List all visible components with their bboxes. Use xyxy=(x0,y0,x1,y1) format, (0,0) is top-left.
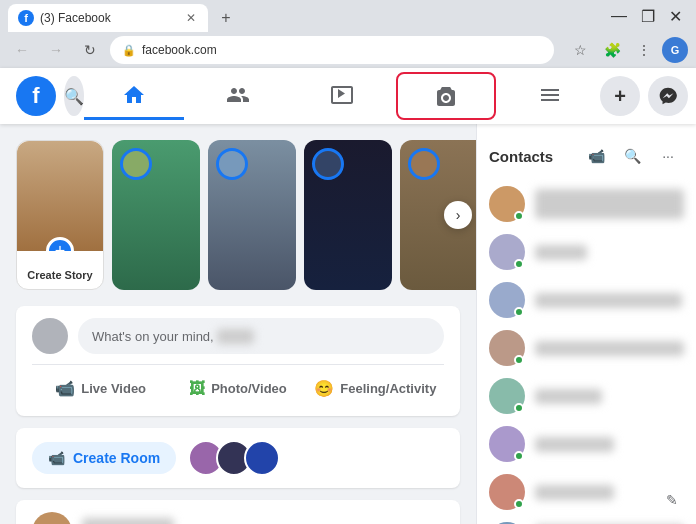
nav-watch-button[interactable] xyxy=(292,72,392,120)
svg-text:f: f xyxy=(24,12,28,24)
contact-avatar-6 xyxy=(489,426,525,462)
contact-avatar-4 xyxy=(489,330,525,366)
nav-marketplace-button[interactable] xyxy=(396,72,496,120)
sidebar-more-button[interactable]: ··· xyxy=(652,140,684,172)
story-card-3[interactable] xyxy=(304,140,392,290)
story-card-1[interactable] xyxy=(112,140,200,290)
room-row: 📹 Create Room xyxy=(16,428,460,488)
create-story-label: Create Story xyxy=(23,269,96,281)
fb-feed: + Create Story xyxy=(0,124,476,524)
sidebar-header-actions: 📹 🔍 ··· xyxy=(580,140,684,172)
fb-logo[interactable]: f xyxy=(16,76,56,116)
post-user-name: ██████████ xyxy=(82,518,419,524)
story-avatar-1 xyxy=(120,148,152,180)
minimize-button[interactable]: — xyxy=(605,5,633,27)
contact-avatar-2 xyxy=(489,234,525,270)
contact-name-7: Clude Beltran xyxy=(535,485,614,500)
address-bar: ← → ↻ 🔒 facebook.com ☆ 🧩 ⋮ G xyxy=(0,32,696,68)
photo-video-label: Photo/Video xyxy=(211,381,287,396)
contact-item[interactable]: Ian Rey Salinger Garapan xyxy=(477,180,696,228)
browser-titlebar: f (3) Facebook ✕ + — ❐ ✕ xyxy=(0,0,696,32)
new-room-button[interactable]: ✎ xyxy=(656,484,688,516)
contacts-title: Contacts xyxy=(489,148,580,165)
contact-item[interactable]: Ben Nillo xyxy=(477,228,696,276)
contact-item[interactable]: Rhonda Bernales Castillo xyxy=(477,276,696,324)
sidebar-search-icon: 🔍 xyxy=(624,148,641,164)
stories-row: + Create Story xyxy=(16,140,460,290)
post-username-blurred: Kaye? xyxy=(217,329,254,344)
fb-search-button[interactable]: 🔍 xyxy=(64,76,84,116)
fb-nav-right: + 3 xyxy=(600,76,696,116)
messenger-button[interactable] xyxy=(648,76,688,116)
nav-friends-button[interactable] xyxy=(188,72,288,120)
feeling-activity-button[interactable]: 😊 Feeling/Activity xyxy=(307,373,444,404)
add-button[interactable]: + xyxy=(600,76,640,116)
stories-next-button[interactable]: › xyxy=(444,201,472,229)
contact-avatar-7 xyxy=(489,474,525,510)
contact-name-3: Rhonda Bernales Castillo xyxy=(535,293,682,308)
live-video-button[interactable]: 📹 Live Video xyxy=(32,373,169,404)
room-avatars xyxy=(188,440,280,476)
create-room-button[interactable]: 📹 Create Room xyxy=(32,442,176,474)
search-icon: 🔍 xyxy=(64,87,84,106)
post-placeholder: What's on your mind, Kaye? xyxy=(92,329,254,344)
contact-item[interactable]: Ten Castillo xyxy=(477,372,696,420)
tab-close-button[interactable]: ✕ xyxy=(182,9,200,27)
story-avatar-2 xyxy=(216,148,248,180)
feeling-activity-icon: 😊 xyxy=(314,379,334,398)
feeling-activity-label: Feeling/Activity xyxy=(340,381,436,396)
browser-toolbar-right: ☆ 🧩 ⋮ G xyxy=(566,36,688,64)
photo-video-button[interactable]: 🖼 Photo/Video xyxy=(169,374,306,404)
forward-button[interactable]: → xyxy=(42,36,70,64)
post-card: ██████████ ██████████ 19m 😊 ··· W F L ??… xyxy=(16,500,460,524)
sidebar-video-button[interactable]: 📹 xyxy=(580,140,612,172)
story-card-2[interactable] xyxy=(208,140,296,290)
contact-avatar-1 xyxy=(489,186,525,222)
post-box: What's on your mind, Kaye? 📹 Live Video … xyxy=(16,306,460,416)
nav-menu-button[interactable] xyxy=(500,72,600,120)
lock-icon: 🔒 xyxy=(122,44,136,57)
create-story-card[interactable]: + Create Story xyxy=(16,140,104,290)
back-button[interactable]: ← xyxy=(8,36,36,64)
extensions-button[interactable]: 🧩 xyxy=(598,36,626,64)
tab-favicon: f xyxy=(18,10,34,26)
photo-video-icon: 🖼 xyxy=(189,380,205,398)
close-button[interactable]: ✕ xyxy=(663,5,688,28)
post-actions: 📹 Live Video 🖼 Photo/Video 😊 Feeling/Act… xyxy=(32,364,444,404)
active-tab[interactable]: f (3) Facebook ✕ xyxy=(8,4,208,32)
sidebar-search-button[interactable]: 🔍 xyxy=(616,140,648,172)
nav-home-button[interactable] xyxy=(84,72,184,120)
url-input[interactable]: 🔒 facebook.com xyxy=(110,36,554,64)
post-input-row: What's on your mind, Kaye? xyxy=(32,318,444,354)
facebook-app: f 🔍 + xyxy=(0,68,696,524)
story-avatar-4 xyxy=(408,148,440,180)
story-avatar-img xyxy=(17,141,103,251)
post-input-field[interactable]: What's on your mind, Kaye? xyxy=(78,318,444,354)
post-user-avatar xyxy=(32,318,68,354)
contact-item[interactable]: Alan Camparmentan Garrido xyxy=(477,516,696,524)
post-user-avatar xyxy=(32,512,72,524)
browser-menu-button[interactable]: ⋮ xyxy=(630,36,658,64)
sidebar-more-icon: ··· xyxy=(662,148,674,164)
post-user-info: ██████████ ██████████ 19m 😊 xyxy=(82,518,419,524)
room-video-icon: 📹 xyxy=(48,450,65,466)
room-avatar-3 xyxy=(244,440,280,476)
contact-item[interactable]: Nessa Bagnya Dela Rosa xyxy=(477,324,696,372)
new-tab-button[interactable]: + xyxy=(212,4,240,32)
sidebar-contacts-header: Contacts 📹 🔍 ··· xyxy=(477,132,696,180)
restore-button[interactable]: ❐ xyxy=(635,5,661,28)
fb-navbar: f 🔍 + xyxy=(0,68,696,124)
sidebar-video-icon: 📹 xyxy=(588,148,605,164)
fb-nav-center xyxy=(84,72,600,120)
contact-item[interactable]: Maria Castillo xyxy=(477,420,696,468)
browser-profile[interactable]: G xyxy=(662,37,688,63)
contact-name-6: Maria Castillo xyxy=(535,437,614,452)
story-avatar-3 xyxy=(312,148,344,180)
url-text: facebook.com xyxy=(142,43,217,57)
fb-main: + Create Story xyxy=(0,124,696,524)
post-header: ██████████ ██████████ 19m 😊 ··· xyxy=(32,512,444,524)
tab-title: (3) Facebook xyxy=(40,11,176,25)
bookmark-button[interactable]: ☆ xyxy=(566,36,594,64)
reload-button[interactable]: ↻ xyxy=(76,36,104,64)
contact-name-1: Ian Rey Salinger Garapan xyxy=(535,189,684,219)
